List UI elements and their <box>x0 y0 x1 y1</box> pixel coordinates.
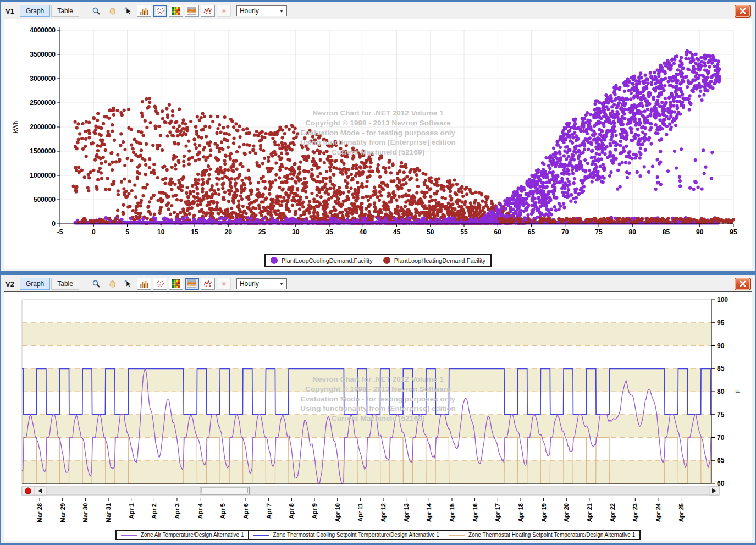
dot-plot-view-button[interactable] <box>217 278 231 290</box>
svg-text:Apr 25: Apr 25 <box>678 503 685 522</box>
svg-text:Apr 16: Apr 16 <box>472 503 478 522</box>
svg-text:65: 65 <box>717 456 725 464</box>
pointer-tool-button[interactable] <box>121 5 135 17</box>
heating-setpoint-series-swatch <box>449 535 465 536</box>
interval-value: Hourly <box>240 7 259 15</box>
pan-tool-button[interactable] <box>105 278 119 290</box>
scatter-chart-v1[interactable]: 0500000100000015000002000000250000030000… <box>4 19 752 269</box>
h-scrollbar[interactable] <box>22 487 719 495</box>
line-markers-view-button[interactable] <box>201 278 215 290</box>
line-plot[interactable]: 6065707580859095100FMar 28Mar 29Mar 30Ma… <box>4 292 752 530</box>
svg-text:95: 95 <box>717 319 725 327</box>
heating-setpoint-series-label: Zone Thermostat Heating Setpoint Tempera… <box>468 532 635 538</box>
svg-text:85: 85 <box>663 228 670 236</box>
interval-value: Hourly <box>240 280 259 288</box>
interval-dropdown-v2[interactable]: Hourly ▼ <box>236 278 287 289</box>
cooling-series-label: PlantLoopCoolingDemand:Facility <box>282 257 373 264</box>
svg-text:70: 70 <box>717 434 725 442</box>
svg-text:Apr 17: Apr 17 <box>494 503 501 522</box>
tab-graph-v1[interactable]: Graph <box>20 5 50 17</box>
pan-tool-button[interactable] <box>105 5 119 17</box>
zoom-tool-button[interactable] <box>89 5 103 17</box>
legend-item-heating-setpoint: Zone Thermostat Heating Setpoint Tempera… <box>444 531 639 539</box>
svg-text:2500000: 2500000 <box>30 99 56 107</box>
dot-plot-view-button[interactable] <box>217 5 231 17</box>
svg-text:55: 55 <box>460 228 468 236</box>
svg-text:Apr 5: Apr 5 <box>219 503 226 519</box>
svg-text:0: 0 <box>52 220 56 228</box>
svg-text:500000: 500000 <box>34 196 56 203</box>
scatter-view-button[interactable] <box>153 5 167 17</box>
svg-text:Apr 3: Apr 3 <box>174 503 180 519</box>
svg-text:75: 75 <box>717 411 725 419</box>
heatmap-view-button[interactable] <box>169 5 183 17</box>
close-button-v2[interactable] <box>735 278 751 290</box>
svg-text:35: 35 <box>325 228 333 236</box>
air-temp-series-swatch <box>121 535 137 536</box>
svg-text:3000000: 3000000 <box>30 75 56 82</box>
svg-text:60: 60 <box>494 228 502 236</box>
svg-text:90: 90 <box>717 342 725 350</box>
svg-text:Mar 29: Mar 29 <box>59 503 66 522</box>
svg-text:50: 50 <box>427 228 434 236</box>
svg-text:Apr 4: Apr 4 <box>197 503 203 519</box>
record-button[interactable] <box>22 487 34 495</box>
chevron-down-icon: ▼ <box>279 282 284 287</box>
bar-chart-view-button[interactable] <box>137 278 151 290</box>
scroll-thumb[interactable] <box>200 487 250 494</box>
toolbar-v1: V1 Graph Table Hourly ▼ <box>1 2 755 19</box>
line-chart-v2[interactable]: 6065707580859095100FMar 28Mar 29Mar 30Ma… <box>4 291 752 541</box>
bar-chart-view-button[interactable] <box>137 5 151 17</box>
svg-text:-5: -5 <box>57 228 63 236</box>
panel-label-v1: V1 <box>5 7 14 15</box>
svg-text:5: 5 <box>125 228 129 236</box>
area-line-view-button[interactable] <box>185 5 199 17</box>
toolbar-v2: V2 Graph Table Hourly ▼ <box>1 275 755 292</box>
svg-text:1000000: 1000000 <box>30 172 56 179</box>
panel-label-v2: V2 <box>5 280 14 288</box>
svg-text:Apr 13: Apr 13 <box>403 503 410 522</box>
tool-group-v1 <box>89 5 231 17</box>
tool-group-v2 <box>89 278 231 290</box>
scroll-right-button[interactable] <box>709 487 719 495</box>
svg-text:0: 0 <box>92 228 96 236</box>
svg-text:Apr 12: Apr 12 <box>380 503 387 522</box>
svg-text:30: 30 <box>292 228 300 236</box>
svg-text:Apr 22: Apr 22 <box>609 503 616 522</box>
svg-text:kWh: kWh <box>12 121 19 133</box>
svg-text:2000000: 2000000 <box>30 123 56 131</box>
tab-graph-v2[interactable]: Graph <box>20 278 50 290</box>
line-markers-view-button[interactable] <box>201 5 215 17</box>
svg-text:Apr 23: Apr 23 <box>632 503 638 522</box>
legend-item-heating: PlantLoopHeatingDemand:Facility <box>378 255 490 266</box>
svg-text:Apr 14: Apr 14 <box>426 503 432 522</box>
svg-text:Mar 31: Mar 31 <box>105 503 112 522</box>
close-button-v1[interactable] <box>735 5 751 18</box>
svg-text:Apr 8: Apr 8 <box>288 503 295 519</box>
legend-v2: Zone Air Temperature/Design Alternative … <box>4 530 752 540</box>
legend-item-cooling-setpoint: Zone Thermostat Cooling Setpoint Tempera… <box>248 531 444 539</box>
interval-dropdown-v1[interactable]: Hourly ▼ <box>236 5 287 16</box>
panel-v2: V2 Graph Table Hourly ▼ 6065707580859095… <box>1 275 755 543</box>
legend-v1: PlantLoopCoolingDemand:Facility PlantLoo… <box>4 254 752 267</box>
svg-text:Apr 19: Apr 19 <box>540 503 547 522</box>
svg-text:85: 85 <box>717 365 725 372</box>
svg-text:40: 40 <box>360 228 367 236</box>
area-line-view-button[interactable] <box>185 278 199 290</box>
heating-demand-points <box>72 97 533 225</box>
svg-text:Apr 1: Apr 1 <box>128 503 135 519</box>
legend-item-air-temp: Zone Air Temperature/Design Alternative … <box>117 531 249 539</box>
pointer-tool-button[interactable] <box>121 278 135 290</box>
svg-text:Apr 2: Apr 2 <box>151 503 157 519</box>
svg-text:10: 10 <box>157 228 165 236</box>
zoom-tool-button[interactable] <box>89 278 103 290</box>
tab-table-v1[interactable]: Table <box>51 5 79 17</box>
scroll-left-button[interactable] <box>34 487 46 495</box>
svg-text:Apr 7: Apr 7 <box>266 503 272 519</box>
scatter-view-button[interactable] <box>153 278 167 290</box>
tab-table-v2[interactable]: Table <box>51 278 79 290</box>
heating-series-label: PlantLoopHeatingDemand:Facility <box>394 257 485 264</box>
heatmap-view-button[interactable] <box>169 278 183 290</box>
svg-text:95: 95 <box>730 228 737 236</box>
scatter-plot[interactable]: 0500000100000015000002000000250000030000… <box>4 19 752 240</box>
